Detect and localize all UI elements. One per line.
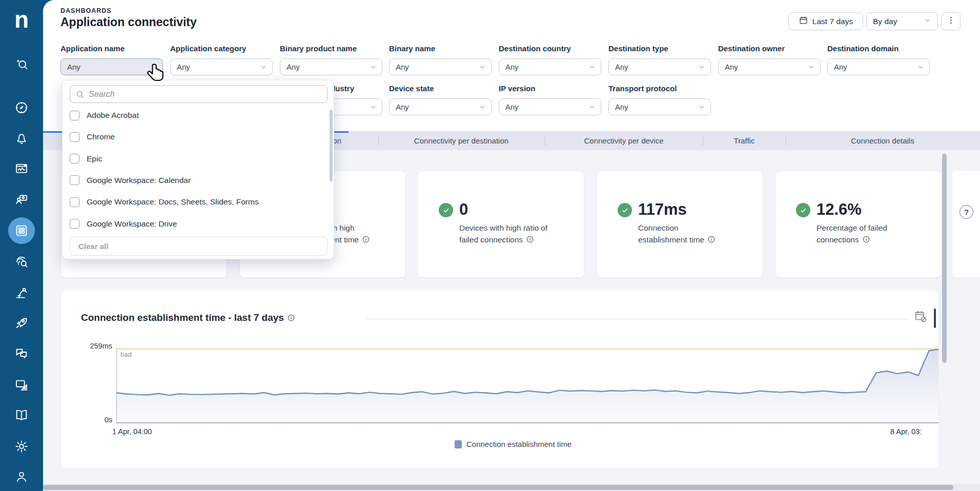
sidebar-item-users-screen[interactable] [8, 186, 35, 213]
sidebar-item-monitor-activity[interactable] [8, 155, 35, 182]
filter-label-transport-protocol: Transport protocol [608, 84, 677, 93]
calendar-off-icon[interactable] [914, 310, 927, 325]
checkbox[interactable] [70, 219, 79, 229]
vertical-scrollbar[interactable] [942, 154, 947, 363]
info-icon[interactable] [287, 313, 295, 324]
checkbox[interactable] [70, 154, 79, 163]
dropdown-scrollbar[interactable] [330, 110, 333, 181]
dropdown-item-label: Google Workspace: Calendar [87, 176, 191, 185]
checkbox[interactable] [70, 175, 79, 185]
chart-legend: Connection establishment time [455, 440, 571, 448]
select-value: Any [615, 63, 698, 71]
filter-select-destination-type[interactable]: Any [608, 58, 711, 75]
sidebar-item-chat-bubbles[interactable] [8, 340, 35, 367]
checkbox[interactable] [70, 132, 79, 142]
filter-select-destination-domain[interactable]: Any [827, 58, 930, 75]
sidebar-item-compass[interactable] [8, 94, 35, 121]
dropdown-item[interactable]: Adobe Acrobat [63, 105, 334, 126]
dropdown-item[interactable]: Google Workspace: Docs, Sheets, Slides, … [63, 191, 334, 213]
tab-separator [545, 136, 545, 146]
sidebar-item-fingerprint-search[interactable] [8, 249, 35, 275]
tab-traffic[interactable]: Traffic [734, 131, 755, 150]
filter-select-application-category[interactable]: Any [170, 58, 273, 75]
date-range-button[interactable]: Last 7 days [788, 12, 863, 30]
app-logo[interactable]: n [0, 5, 43, 34]
kebab-menu-icon [946, 15, 956, 27]
chevron-down-icon [588, 64, 596, 71]
info-icon[interactable] [526, 235, 534, 247]
sidebar-item-rocket[interactable] [8, 310, 35, 336]
select-value: Any [396, 103, 479, 111]
checkbox[interactable] [70, 111, 79, 120]
help-button[interactable]: ? [959, 205, 973, 219]
horizontal-scrollbar-thumb[interactable] [43, 485, 953, 490]
tab-connectivity-per-destination[interactable]: Connectivity per destination [414, 131, 508, 150]
application-name-dropdown: Adobe AcrobatChromeEpicGoogle Workspace:… [62, 80, 334, 259]
status-check-icon [439, 203, 453, 217]
dropdown-item[interactable]: Epic [63, 148, 334, 170]
tab-separator [703, 136, 703, 146]
dropdown-item[interactable]: Chrome [63, 126, 334, 148]
sidebar-item-book[interactable] [8, 402, 35, 428]
search-icon [75, 90, 85, 101]
filter-select-ip-version[interactable]: Any [499, 98, 601, 115]
filter-select-destination-owner[interactable]: Any [718, 58, 821, 75]
select-value: Any [396, 63, 479, 71]
kpi-value: 0 [459, 200, 468, 219]
filter-label-destination-type: Destination type [608, 44, 668, 53]
calendar-icon [799, 15, 808, 27]
main-content: DASHBOARDS Application connectivity Last… [43, 0, 980, 491]
x-axis-start-label: 1 Apr, 04:00 [112, 427, 152, 436]
sidebar-item-bell[interactable] [8, 125, 35, 152]
design-tools-icon [14, 378, 29, 392]
sidebar-item-gear[interactable] [8, 433, 35, 460]
clear-all-button[interactable]: Clear all [70, 237, 328, 256]
sidebar-item-search-spark[interactable] [8, 51, 35, 78]
calendar-icon [799, 15, 808, 25]
kpi-card-2: 0Devices with high ratio offailed connec… [418, 171, 584, 278]
threshold-label: bad [120, 351, 132, 358]
chevron-down-icon [479, 104, 486, 111]
tab-connection-details[interactable]: Connection details [851, 131, 914, 150]
sidebar-item-dashboard-grid[interactable] [8, 217, 35, 244]
info-icon[interactable] [862, 235, 870, 247]
kpi-card-3: 117msConnectionestablishment time [597, 171, 763, 278]
line-chart[interactable] [116, 347, 939, 423]
chart-panel: Connection establishment time - last 7 d… [60, 290, 939, 469]
info-icon[interactable] [362, 235, 370, 247]
sidebar-item-user[interactable] [8, 463, 35, 490]
granularity-select[interactable]: By day [866, 12, 938, 30]
bell-icon [14, 131, 29, 146]
chevron-down-icon [698, 64, 705, 71]
filter-label-application-name: Application name [60, 44, 125, 53]
granularity-value: By day [873, 17, 897, 26]
kebab-menu-icon [946, 15, 956, 25]
tab-connectivity-per-device[interactable]: Connectivity per device [584, 131, 663, 150]
filter-select-binary-name[interactable]: Any [389, 58, 492, 75]
filter-select-transport-protocol[interactable]: Any [608, 98, 711, 115]
sidebar-item-design-tools[interactable] [8, 372, 35, 398]
select-value: Any [834, 63, 917, 71]
filter-select-device-state[interactable]: Any [389, 98, 492, 115]
sidebar-item-robot-arm[interactable] [8, 279, 35, 306]
checkbox[interactable] [70, 197, 79, 207]
dropdown-item[interactable]: Google Workspace: Calendar [63, 170, 334, 191]
dropdown-item[interactable]: Google Workspace: Drive [63, 213, 334, 235]
kpi-card-4: 12.6%Percentage of failedconnections [775, 171, 942, 278]
search-input[interactable] [89, 86, 324, 102]
select-value: Any [505, 63, 588, 71]
info-icon[interactable] [707, 235, 716, 247]
tab-separator [786, 136, 786, 146]
chevron-down-icon [479, 64, 486, 71]
dropdown-item-label: Google Workspace: Docs, Sheets, Slides, … [87, 197, 259, 207]
chart-toolbar-divider [934, 309, 936, 328]
select-value: Any [505, 103, 588, 111]
kebab-menu-button[interactable] [941, 12, 961, 30]
select-value: Any [67, 63, 150, 71]
help-rail: ? [952, 171, 980, 278]
kpi-value: 117ms [638, 200, 687, 219]
chevron-down-icon [588, 104, 596, 111]
filter-select-destination-country[interactable]: Any [499, 58, 601, 75]
filter-select-binary-product-name[interactable]: Any [280, 58, 382, 75]
page-title: Application connectivity [60, 15, 197, 29]
